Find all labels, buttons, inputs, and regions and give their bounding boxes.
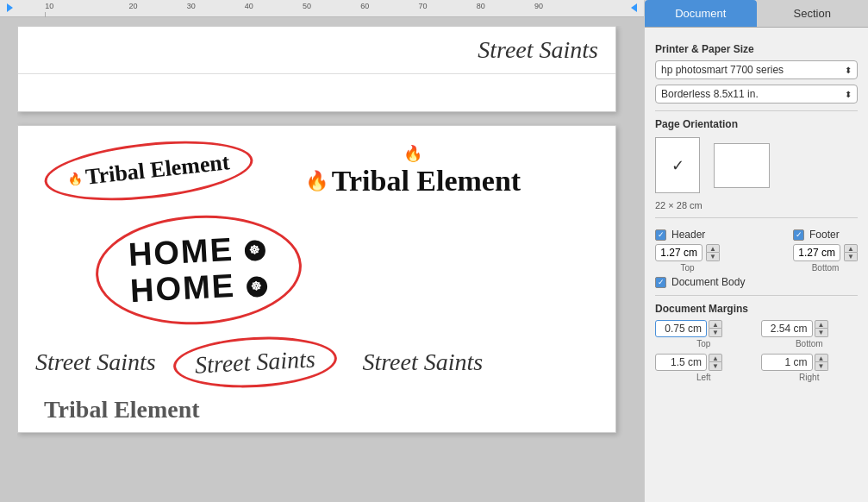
ruler-tick-70: 70 (419, 2, 428, 10)
margin-left-field: ▲ ▼ Left (655, 354, 752, 382)
margin-top-input[interactable] (655, 320, 707, 337)
canvas-area: 10 20 30 40 50 60 70 80 90 Street Saints (0, 0, 644, 502)
fire-icon-top: 🔥 (403, 144, 422, 163)
home-text: HOME ☸ HOME ☸ (128, 230, 270, 310)
orientation-portrait[interactable]: ✓ (655, 137, 700, 193)
orientation-title: Page Orientation (655, 118, 858, 130)
footer-label: Footer (809, 229, 840, 241)
ruler: 10 20 30 40 50 60 70 80 90 (0, 0, 644, 17)
document-body-checkbox-row: Document Body (655, 276, 858, 288)
margin-bottom-input-row: ▲ ▼ (761, 320, 859, 337)
header-checkbox-row: Header (655, 229, 720, 241)
margin-left-down[interactable]: ▼ (709, 362, 722, 371)
margin-right-input-row: ▲ ▼ (761, 354, 859, 371)
margin-left-up[interactable]: ▲ (709, 354, 722, 362)
margin-right-up[interactable]: ▲ (815, 354, 828, 362)
body-page: 🔥 Tribal Element 🔥 🔥 Tribal Element (17, 125, 616, 433)
ruler-inner: 10 20 30 40 50 60 70 80 90 (0, 0, 644, 17)
margin-top-label: Top (696, 339, 710, 348)
fire-row: 🔥 (403, 144, 422, 165)
tribal-oval-border: 🔥 Tribal Element (41, 132, 255, 209)
margin-bottom-up[interactable]: ▲ (815, 320, 828, 329)
dharma-wheel-icon-2: ☸ (246, 276, 267, 298)
header-stepper: ▲ ▼ (706, 244, 720, 261)
margin-top-input-row: ▲ ▼ (655, 320, 752, 337)
footer-checkbox[interactable] (793, 229, 804, 241)
printer-value: hp photosmart 7700 series (661, 64, 784, 76)
panel-content: Printer & Paper Size hp photosmart 7700 … (645, 28, 868, 391)
tab-document[interactable]: Document (645, 0, 757, 27)
ruler-tick-80: 80 (477, 2, 485, 10)
margin-right-down[interactable]: ▼ (815, 362, 828, 371)
paper-dropdown-row: Borderless 8.5x11 in. ⬍ (655, 85, 858, 104)
tribal-large-text: Tribal Element (332, 165, 521, 198)
margin-right-label: Right (799, 373, 819, 382)
tribal-bottom-text: Tribal Element (44, 396, 200, 423)
ruler-arrow-right (631, 3, 637, 12)
page-container: Street Saints 🔥 Tribal Element (17, 26, 635, 502)
dropdown-arrow-icon: ⬍ (845, 66, 852, 75)
street-saints-oval: Street Saints (172, 333, 338, 392)
margin-right-stepper: ▲ ▼ (815, 354, 828, 371)
tribal-oval-container: 🔥 Tribal Element (44, 143, 253, 198)
footer-checkbox-row: Footer (793, 229, 858, 241)
margin-top-field: ▲ ▼ Top (655, 320, 752, 348)
margin-bottom-down[interactable]: ▼ (815, 329, 828, 337)
margin-bottom-stepper: ▲ ▼ (815, 320, 828, 337)
footer-stepper-up[interactable]: ▲ (844, 244, 858, 253)
document-body-label: Document Body (671, 276, 745, 288)
paper-dropdown[interactable]: Borderless 8.5x11 in. ⬍ (655, 85, 858, 104)
footer-stepper-down[interactable]: ▼ (844, 253, 858, 261)
margin-top-up[interactable]: ▲ (709, 320, 722, 329)
margin-left-label: Left (696, 373, 711, 382)
ruler-tick-90: 90 (534, 2, 543, 10)
ruler-tick-60: 60 (360, 2, 369, 10)
margin-right-input[interactable] (761, 354, 813, 371)
ruler-tick-50: 50 (303, 2, 311, 10)
divider-1 (655, 110, 858, 111)
ruler-tick-10: 10 (45, 2, 53, 10)
document-body-checkbox[interactable] (655, 277, 666, 288)
header-stepper-up[interactable]: ▲ (706, 244, 720, 253)
divider-3 (655, 295, 858, 296)
content-row-2: HOME ☸ HOME ☸ (27, 207, 607, 333)
margin-bottom-field: ▲ ▼ Bottom (761, 320, 859, 348)
header-group: Header ▲ ▼ Top (655, 225, 720, 273)
tribal-oval-text: 🔥 Tribal Element (66, 149, 231, 192)
footer-value-input[interactable] (793, 244, 840, 261)
header-input-row: ▲ ▼ (655, 244, 720, 261)
ruler-tick-40: 40 (245, 2, 253, 10)
street-saints-1: Street Saints (35, 348, 156, 376)
content-row-1: 🔥 Tribal Element 🔥 🔥 Tribal Element (27, 135, 607, 207)
margin-bottom-input[interactable] (761, 320, 813, 337)
tab-bar: Document Section (645, 0, 868, 28)
orientation-section: ✓ (655, 137, 858, 193)
header-stepper-down[interactable]: ▼ (706, 253, 720, 261)
fire-text-row: 🔥 Tribal Element (305, 165, 521, 198)
tab-section[interactable]: Section (757, 0, 869, 27)
portrait-check-icon: ✓ (671, 156, 684, 175)
header-street-saints: Street Saints (478, 36, 598, 64)
footer-position-label: Bottom (793, 263, 858, 273)
header-value-input[interactable] (655, 244, 703, 261)
printer-section-title: Printer & Paper Size (655, 43, 858, 55)
printer-dropdown[interactable]: hp photosmart 7700 series ⬍ (655, 60, 858, 79)
margin-left-input-row: ▲ ▼ (655, 354, 752, 371)
orientation-landscape[interactable] (714, 143, 770, 188)
fire-icon-small: 🔥 (67, 171, 84, 187)
margin-top-stepper: ▲ ▼ (709, 320, 722, 337)
page: Street Saints (17, 26, 616, 112)
fire-icon-mid: 🔥 (305, 170, 328, 192)
tribal-large-container: 🔥 🔥 Tribal Element (305, 144, 521, 198)
header-footer-row: Header ▲ ▼ Top Footer (655, 225, 858, 273)
footer-group: Footer ▲ ▼ Bottom (793, 225, 858, 273)
street-saints-3: Street Saints (362, 348, 483, 376)
margin-left-stepper: ▲ ▼ (709, 354, 722, 371)
header-checkbox[interactable] (655, 229, 666, 241)
footer-stepper: ▲ ▼ (844, 244, 858, 261)
margin-top-down[interactable]: ▼ (709, 329, 722, 337)
orientation-landscape-group (714, 143, 770, 188)
margin-right-field: ▲ ▼ Right (761, 354, 859, 382)
page-header: Street Saints (18, 27, 615, 74)
margin-left-input[interactable] (655, 354, 707, 371)
